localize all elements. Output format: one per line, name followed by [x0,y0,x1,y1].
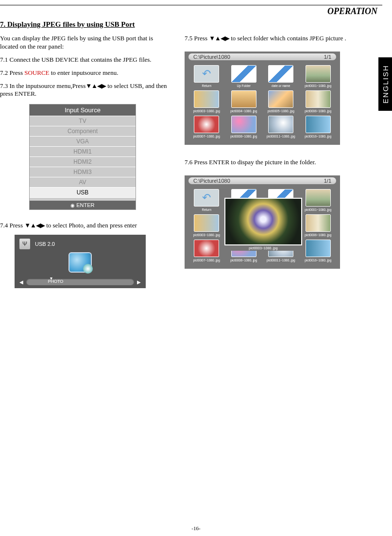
input-source-item-vga[interactable]: VGA [30,136,136,146]
path-text: C:\Picture\1080 [193,178,230,184]
input-source-item-tv[interactable]: TV [30,116,136,126]
return-icon[interactable] [194,189,219,207]
preview-image[interactable] [224,198,302,245]
arrow-icons: ▼▲◀▶ [24,222,45,229]
page-number: -16- [0,525,392,531]
thumb-label: pict0001~1080..jpg [301,84,336,87]
slider-photo-label: PHOTO [48,279,63,284]
jpeg-thumb[interactable] [194,90,219,108]
jpeg-thumb[interactable] [268,90,293,108]
source-keyword: SOURCE [24,69,49,76]
thumb-label: pict0003~1080..jpg [189,109,224,113]
step-7-6: 7.6 Press ENTER to dispay the picture in… [185,158,382,167]
thumb-label: pict00011~1080..jpg [264,135,298,138]
mode-slider[interactable]: ▾ PHOTO [26,278,134,285]
step-7-4: 7.4 Press ▼▲◀▶ to select Photo, and then… [0,222,170,230]
thumb-label: pict0007~1080..jpg [189,259,224,262]
jpeg-thumb[interactable] [194,214,219,232]
jpeg-thumb[interactable] [306,214,331,232]
page-header: OPERATION [0,6,382,17]
usb-icon: Ψ [19,239,30,249]
step-7-2: 7.2 Press SOURCE to enter inputsource me… [0,69,170,77]
input-source-item-component[interactable]: Component [30,126,136,136]
step-7-1: 7.1 Connect the USB DEVICE that contains… [0,56,170,64]
thumb-label: pict0007~1080..jpg [189,135,224,138]
return-icon[interactable] [194,65,219,83]
input-source-item-hdmi2[interactable]: HDMI2 [30,156,136,167]
photo-app-icon[interactable] [68,252,92,273]
input-source-item-hdmi3[interactable]: HDMI3 [30,167,136,177]
slider-left-arrow[interactable]: ◀ [19,279,23,285]
input-source-item-hdmi1[interactable]: HDMI1 [30,146,136,156]
usb-label: USB 2.0 [35,241,55,247]
preview-caption: pict0003~1080..jpg [224,245,302,251]
input-source-item-av[interactable]: AV [30,177,136,187]
input-source-item-blank [30,197,136,201]
thumb-label: Return [189,208,224,211]
thumb-label: Up Folder [227,84,261,87]
jpeg-thumb[interactable] [231,116,256,133]
thumb-label: pict0016~1080..jpg [301,135,336,138]
jpeg-thumb[interactable] [306,189,331,207]
thumb-label: date or name [264,84,298,87]
jpeg-thumb[interactable] [306,240,331,257]
thumb-label: pict00011~1080..jpg [264,259,298,262]
language-tab: ENGLISH [378,57,392,111]
input-source-title: Input Source [30,104,136,116]
jpeg-thumb[interactable] [306,116,331,133]
jpeg-thumb[interactable] [306,65,331,83]
thumb-label: pict0003~1080..jpg [189,233,224,237]
sort-icon[interactable] [268,65,293,83]
step-7-5: 7.5 Press ▼▲◀▶ to select folder which co… [185,35,382,43]
input-source-item-usb[interactable]: USB [30,187,136,197]
thumb-label: pict0004~1080..jpg [227,109,261,113]
thumb-label: Return [189,84,224,87]
thumb-label: pict0008~1080..jpg [227,135,261,138]
file-browser-2: C:\Picture\1080 1/1 Return pict0001~1080… [185,175,340,269]
section-heading: 7. Displaying JPEG files by using USB Po… [0,20,382,29]
thumb-label: pict0008~1080..jpg [227,259,261,262]
thumb-label: pict0001~1080..jpg [301,208,336,211]
jpeg-thumb[interactable] [268,116,293,133]
path-text: C:\Picture\1080 [193,54,230,60]
input-source-menu: Input Source TV Component VGA HDMI1 HDMI… [29,104,136,210]
arrow-icons: ▼▲◀▶ [209,35,229,42]
slider-right-arrow[interactable]: ▶ [137,279,141,285]
arrow-icons: ▼▲◀▶ [85,82,106,89]
step-7-3: 7.3 In the inputsource menu,Press▼▲◀▶ to… [0,82,170,99]
thumb-label: pict0016~1080..jpg [301,259,336,262]
jpeg-thumb[interactable] [231,90,256,108]
usb-panel: Ψ USB 2.0 ◀ ▾ PHOTO ▶ [15,235,146,288]
jpeg-thumb[interactable] [194,240,219,257]
up-folder-icon[interactable] [231,65,256,83]
page-indicator: 1/1 [324,54,331,60]
intro-text: You can display the JPEG fiels by using … [0,35,170,51]
thumb-label: pict0005~1080..jpg [264,109,298,113]
jpeg-thumb[interactable] [306,90,331,108]
file-browser-1: C:\Picture\1080 1/1 Return Up Folder dat… [185,52,340,145]
thumb-label: pict0006~1080..jpg [301,109,336,113]
thumb-label: pict0006~1080..jpg [301,233,336,237]
jpeg-thumb[interactable] [194,116,219,133]
preview-overlay: pict0003~1080..jpg [224,198,302,251]
input-source-footer: ENTER [30,201,136,209]
page-indicator: 1/1 [324,178,331,184]
